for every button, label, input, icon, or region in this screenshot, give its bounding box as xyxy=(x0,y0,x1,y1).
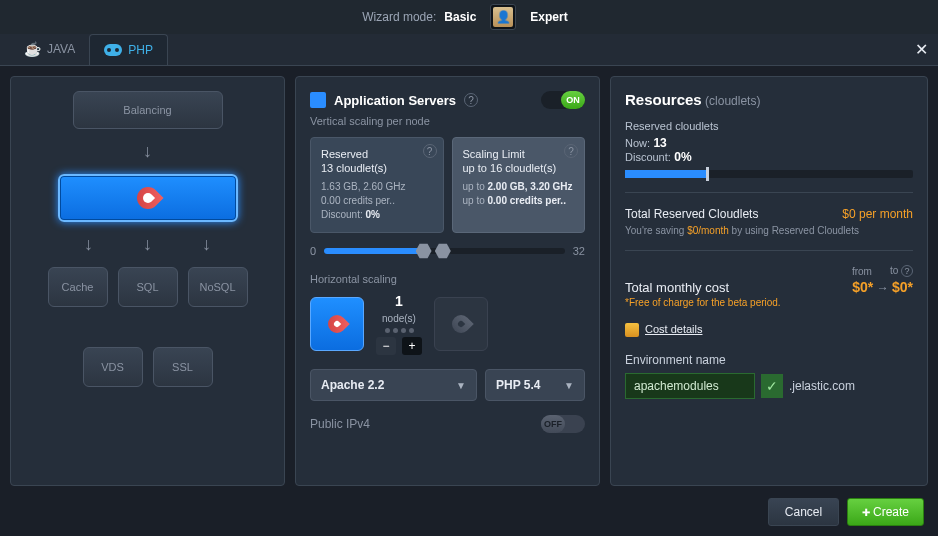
tab-php[interactable]: PHP xyxy=(89,34,168,65)
reserved-card: ? Reserved 13 cloudlet(s) 1.63 GB, 2.60 … xyxy=(310,137,444,233)
saving-amount: $0/month xyxy=(687,225,729,236)
vds-label: VDS xyxy=(101,361,124,373)
vds-node[interactable]: VDS xyxy=(83,347,143,387)
help-icon[interactable]: ? xyxy=(464,93,478,107)
resources-title: Resources xyxy=(625,91,702,108)
wizard-mode-expert[interactable]: Expert xyxy=(530,10,567,24)
reserved-spec: 1.63 GB, 2.60 GHz xyxy=(321,181,406,192)
switch-off-label: OFF xyxy=(541,415,565,433)
ipv4-label: Public IPv4 xyxy=(310,417,370,431)
node-instance-empty[interactable] xyxy=(434,297,488,351)
appserver-switch[interactable]: ON xyxy=(541,91,585,109)
feather-icon xyxy=(448,311,473,336)
cache-label: Cache xyxy=(62,281,94,293)
node-dots xyxy=(385,328,414,333)
cache-node[interactable]: Cache xyxy=(48,267,108,307)
limit-spec: 2.00 GB, 3.20 GHz xyxy=(488,181,573,192)
wizard-mode-label: Wizard mode: xyxy=(362,10,436,24)
arrow-down-icon: ↓ xyxy=(143,234,152,255)
node-count: 1 xyxy=(395,293,403,309)
runtime-value: PHP 5.4 xyxy=(496,378,540,392)
now-label: Now: xyxy=(625,137,650,149)
sql-node[interactable]: SQL xyxy=(118,267,178,307)
resources-panel: Resources (cloudlets) Reserved cloudlets… xyxy=(610,76,928,486)
close-icon[interactable]: ✕ xyxy=(915,40,928,59)
footer: Cancel Create xyxy=(0,488,938,536)
lang-tabs: ☕JAVA PHP ✕ xyxy=(0,34,938,66)
env-label: Environment name xyxy=(625,353,913,367)
tab-java[interactable]: ☕JAVA xyxy=(10,33,89,65)
saving-text-2: by using Reserved Cloudlets xyxy=(729,225,859,236)
res-disc-value: 0% xyxy=(674,150,691,164)
slider-thumb-limit[interactable] xyxy=(435,243,451,259)
node-unit: node(s) xyxy=(382,313,416,324)
server-icon xyxy=(310,92,326,108)
help-icon[interactable]: ? xyxy=(901,265,913,277)
chevron-down-icon: ▼ xyxy=(564,380,574,391)
reserved-disc-label: Discount: xyxy=(321,209,363,220)
env-domain: .jelastic.com xyxy=(789,379,855,393)
check-icon: ✓ xyxy=(761,374,783,398)
reserved-sub: 13 cloudlet(s) xyxy=(321,162,433,174)
server-value: Apache 2.2 xyxy=(321,378,384,392)
env-name-input[interactable] xyxy=(625,373,755,399)
appserver-title: Application Servers xyxy=(334,93,456,108)
reserved-cost: 0.00 credits per.. xyxy=(321,195,395,206)
cloudlet-slider[interactable] xyxy=(324,248,565,254)
server-select[interactable]: Apache 2.2▼ xyxy=(310,369,477,401)
nosql-label: NoSQL xyxy=(199,281,235,293)
node-plus-button[interactable]: + xyxy=(402,337,422,355)
help-icon[interactable]: ? xyxy=(564,144,578,158)
beta-note: *Free of charge for the beta period. xyxy=(625,297,913,308)
tmc-label: Total monthly cost xyxy=(625,280,729,295)
limit-sub: up to 16 cloudlet(s) xyxy=(463,162,575,174)
from-label: from xyxy=(852,266,872,277)
tmc-from: $0* xyxy=(852,279,873,295)
php-icon xyxy=(104,44,122,56)
trc-label: Total Reserved Cloudlets xyxy=(625,207,758,221)
cloudlets-bar[interactable] xyxy=(625,170,913,178)
appserver-node[interactable] xyxy=(58,174,238,222)
to-label: to xyxy=(890,265,898,276)
limit-l1-pre: up to xyxy=(463,181,488,192)
ipv4-switch[interactable]: OFF xyxy=(541,415,585,433)
tab-java-label: JAVA xyxy=(47,42,75,56)
create-button[interactable]: Create xyxy=(847,498,924,526)
runtime-select[interactable]: PHP 5.4▼ xyxy=(485,369,585,401)
bar-marker[interactable] xyxy=(706,167,709,181)
cost-details-link[interactable]: Cost details xyxy=(645,323,702,335)
reserved-disc: 0% xyxy=(365,209,379,220)
now-value: 13 xyxy=(653,136,666,150)
node-minus-button[interactable]: − xyxy=(376,337,396,355)
node-instance[interactable] xyxy=(310,297,364,351)
nosql-node[interactable]: NoSQL xyxy=(188,267,248,307)
sql-label: SQL xyxy=(136,281,158,293)
help-icon[interactable]: ? xyxy=(423,144,437,158)
feather-icon xyxy=(324,311,349,336)
arrow-down-icon: ↓ xyxy=(143,141,152,162)
slider-min: 0 xyxy=(310,245,316,257)
wizard-toggle[interactable]: 👤 xyxy=(490,4,516,30)
trc-value: $0 per month xyxy=(842,207,913,221)
resources-unit: (cloudlets) xyxy=(705,94,760,108)
coin-icon xyxy=(625,323,639,337)
balancing-label: Balancing xyxy=(123,104,171,116)
ssl-node[interactable]: SSL xyxy=(153,347,213,387)
reserved-title: Reserved xyxy=(321,148,433,160)
ssl-label: SSL xyxy=(172,361,193,373)
tmc-to: $0* xyxy=(892,279,913,295)
reserved-cloudlets-label: Reserved cloudlets xyxy=(625,120,913,132)
cancel-button[interactable]: Cancel xyxy=(768,498,839,526)
avatar-icon: 👤 xyxy=(493,7,513,27)
wizard-header: Wizard mode: Basic 👤 Expert xyxy=(0,0,938,34)
feather-icon xyxy=(132,182,163,213)
slider-thumb-reserved[interactable] xyxy=(416,243,432,259)
balancing-node[interactable]: Balancing xyxy=(73,91,223,129)
arrow-down-icon: ↓ xyxy=(202,234,211,255)
appserver-panel: Application Servers ? ON Vertical scalin… xyxy=(295,76,600,486)
limit-title: Scaling Limit xyxy=(463,148,575,160)
java-icon: ☕ xyxy=(24,41,41,57)
res-disc-label: Discount: xyxy=(625,151,671,163)
limit-card: ? Scaling Limit up to 16 cloudlet(s) up … xyxy=(452,137,586,233)
wizard-mode-basic[interactable]: Basic xyxy=(444,10,476,24)
